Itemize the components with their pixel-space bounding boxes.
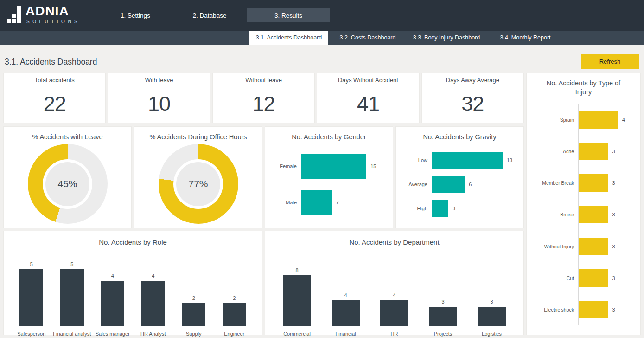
kpi-card-with-leave: With leave10 [108, 73, 210, 123]
bar-category-label: Sprain [531, 117, 578, 123]
bar-track: 7 [301, 184, 388, 221]
sub-tab-3-2-costs-dashboard[interactable]: 3.2. Costs Dashboard [328, 31, 407, 45]
column-value-label: 4 [111, 273, 114, 279]
chart-title: No. Accidents by Role [4, 238, 262, 247]
column-bar [332, 300, 360, 326]
bar [579, 174, 608, 192]
bar-value-label: 3 [453, 206, 455, 211]
bar-track: 15 [301, 148, 388, 184]
kpi-label: Days Away Average [422, 73, 523, 87]
column-slot-projects: 3 [419, 258, 467, 326]
kpi-value: 32 [422, 87, 523, 123]
column-value-label: 2 [192, 295, 195, 301]
donut-chart-office-hours: 77% [134, 143, 262, 225]
column-bar [478, 307, 506, 326]
bar-category-label: Female [271, 163, 301, 169]
column-category-label: Salesperson [11, 327, 52, 338]
bar-row-member-break: Member Break3 [531, 167, 638, 199]
column-value-label: 5 [30, 261, 33, 267]
sub-tab-3-3-body-injury-dashbord[interactable]: 3.3. Body Injury Dashbord [407, 31, 486, 45]
accidents-office-hours-card: % Accidents During Office Hours 77% [134, 126, 262, 228]
main-tab-2-database[interactable]: 2. Database [172, 8, 247, 22]
column-bar [429, 307, 457, 326]
accidents-by-gender-card: No. Accidents by Gender Female15Male7 [265, 126, 393, 228]
bar-value-label: 4 [622, 117, 625, 123]
sub-tab-3-1-accidents-dashboard[interactable]: 3.1. Accidents Dashboard [249, 31, 328, 45]
bar [579, 269, 608, 287]
donut-ring: 77% [159, 144, 238, 224]
injury-bar-chart: Sprain4Ache3Member Break3Bruise3Without … [531, 104, 638, 325]
column-category-label: Sales manager [92, 327, 133, 338]
bar-category-label: Ache [531, 149, 578, 154]
bar [301, 154, 366, 179]
kpi-label: With leave [108, 73, 210, 87]
bar-value-label: 6 [469, 182, 472, 187]
accidents-by-department-card: No. Accidents by Department 84433 Commer… [265, 231, 524, 335]
accidents-by-gravity-card: No. Accidents by Gravity Low13Average6Hi… [395, 126, 524, 228]
bar-value-label: 3 [612, 307, 615, 312]
refresh-button[interactable]: Refresh [581, 54, 639, 69]
bar-category-label: High [402, 206, 432, 211]
kpi-value: 41 [317, 87, 419, 123]
bar-chart-logo-icon [7, 4, 21, 23]
column-slot-logistics: 3 [467, 258, 516, 326]
column-value-label: 3 [441, 299, 444, 305]
gender-bar-chart: Female15Male7 [271, 148, 388, 221]
bar-row-cut: Cut3 [531, 262, 638, 294]
bar-row-without-injury: Without Injury3 [531, 231, 638, 262]
chart-title: % Accidents with Leave [4, 133, 131, 142]
brand-name: ADNIA [26, 4, 80, 18]
adnia-logo: ADNIA SOLUTIONS [7, 4, 80, 24]
donut-center-label: 45% [45, 162, 89, 206]
donut-hole: 77% [173, 159, 223, 209]
kpi-label: Total accidents [4, 73, 105, 87]
bar-row-electric-shock: Electric shock3 [531, 294, 638, 325]
bar-track: 3 [578, 262, 638, 294]
column-category-label: Engineer [214, 327, 255, 338]
department-column-chart: 84433 [273, 258, 516, 326]
main-tab-3-results[interactable]: 3. Results [247, 8, 330, 22]
role-category-axis: SalespersonFinancial analystSales manage… [11, 327, 255, 338]
column-value-label: 4 [344, 292, 347, 298]
column-category-label: HR Analyst [133, 327, 174, 338]
column-category-label: Financial [321, 327, 370, 338]
bar [579, 238, 608, 255]
chart-title: No. Accidents by Gender [265, 133, 393, 142]
column-slot-financial: 4 [321, 258, 370, 326]
bar [579, 206, 608, 223]
bar-track: 3 [578, 231, 638, 262]
column-slot-supply-coordinator: 2 [173, 258, 214, 326]
donut-center-label: 77% [176, 162, 220, 206]
column-slot-hr: 4 [370, 258, 419, 326]
column-category-label: Projects [419, 327, 467, 338]
accidents-dashboard-page: ADNIA SOLUTIONS 1. Settings2. Database3.… [0, 0, 644, 338]
sub-tab-3-4-monthly-report[interactable]: 3.4. Monthly Report [486, 31, 565, 45]
column-slot-engineer: 2 [214, 258, 255, 326]
column-slot-hr-analyst: 4 [133, 258, 174, 326]
column-value-label: 2 [233, 295, 236, 301]
bar-category-label: Bruise [531, 212, 578, 217]
bar-track: 3 [578, 199, 638, 230]
column-bar [182, 303, 205, 326]
column-bar [223, 303, 246, 326]
bar-row-average: Average6 [402, 172, 519, 196]
bar-track: 3 [578, 294, 638, 325]
column-bar [380, 300, 408, 326]
donut-ring: 45% [28, 144, 108, 224]
bar-category-label: Without Injury [531, 244, 578, 249]
column-slot-commercial: 8 [273, 258, 321, 326]
bar-track: 6 [432, 172, 519, 196]
accidents-by-role-card: No. Accidents by Role 554422 Salesperson… [3, 231, 262, 335]
bar-row-male: Male7 [271, 184, 388, 221]
bar [301, 190, 332, 215]
chart-title: % Accidents During Office Hours [134, 133, 262, 142]
bottom-charts-row: No. Accidents by Role 554422 Salesperson… [3, 231, 524, 335]
column-category-label: HR [370, 327, 419, 338]
app-header: ADNIA SOLUTIONS 1. Settings2. Database3.… [0, 0, 644, 31]
bar [432, 152, 503, 169]
bar-category-label: Cut [531, 275, 578, 281]
kpi-card-total-accidents: Total accidents22 [3, 73, 106, 123]
bar-category-label: Male [271, 200, 301, 205]
main-tab-1-settings[interactable]: 1. Settings [98, 8, 172, 22]
bar-category-label: Average [402, 182, 432, 187]
